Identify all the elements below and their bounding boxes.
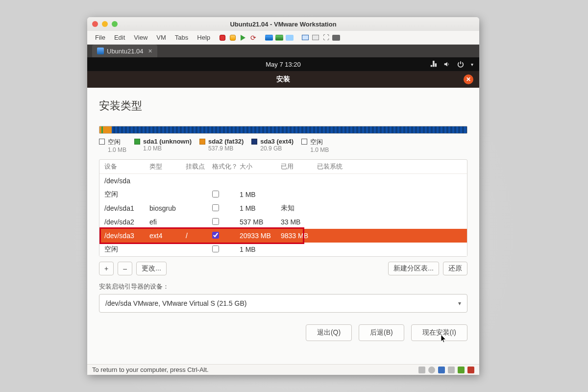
cd-icon[interactable] [428, 367, 435, 373]
bootloader-value: /dev/sda VMware, VMware Virtual S (21.5 … [105, 299, 246, 307]
quit-button[interactable]: 退出(Q) [306, 324, 352, 341]
printer-icon[interactable] [448, 367, 455, 373]
cell-mount: / [186, 232, 212, 240]
table-row[interactable]: /dev/sda [99, 174, 467, 188]
cell-size: 1 MB [240, 191, 281, 198]
status-text: To return to your computer, press Ctrl-A… [92, 366, 209, 373]
cell-format [212, 218, 240, 226]
table-row[interactable]: /dev/sda1biosgrub1 MB未知 [99, 201, 467, 215]
snapshot-icon[interactable] [265, 33, 273, 42]
zoom-dot[interactable] [112, 21, 118, 27]
gnome-clock: May 7 13:20 [266, 61, 301, 68]
footer-buttons: 退出(Q) 后退(B) 现在安装(I) [99, 324, 467, 341]
bootloader-select[interactable]: /dev/sda VMware, VMware Virtual S (21.5 … [99, 294, 467, 313]
remove-partition-button[interactable]: – [118, 262, 132, 275]
chevron-down-icon: ▾ [458, 300, 461, 307]
menu-edit[interactable]: Edit [110, 32, 129, 43]
cell-used: 未知 [281, 204, 317, 213]
menu-tabs[interactable]: Tabs [171, 32, 192, 43]
menu-help[interactable]: Help [193, 32, 214, 43]
vm-toolbar: ⟳ ⛶ [218, 33, 341, 42]
format-checkbox[interactable] [212, 232, 219, 239]
legend-sub: 537.9 MB [208, 145, 244, 152]
th-size: 大小 [240, 162, 281, 171]
change-partition-button[interactable]: 更改... [136, 262, 167, 275]
poweroff-icon[interactable] [218, 33, 227, 42]
install-now-button[interactable]: 现在安装(I) [411, 324, 467, 341]
cell-type: biosgrub [149, 204, 186, 212]
revert-button[interactable]: 还原 [443, 262, 467, 275]
legend-sub: 1.0 MB [143, 145, 192, 152]
unity-icon[interactable] [301, 33, 310, 42]
table-header-row: 设备 类型 挂载点 格式化？ 大小 已用 已装系统 [99, 160, 467, 174]
net-icon[interactable] [438, 367, 445, 373]
fullscreen-icon[interactable]: ⛶ [321, 33, 330, 42]
menu-vm[interactable]: VM [152, 32, 170, 43]
cell-size: 20933 MB [240, 232, 281, 240]
partbar-seg-sda2 [103, 126, 112, 133]
cell-type: efi [149, 218, 186, 226]
play-icon[interactable] [239, 33, 247, 42]
vm-tab[interactable]: Ubuntu21.04 × [92, 45, 157, 57]
suspend-icon[interactable] [228, 33, 237, 42]
back-button[interactable]: 后退(B) [359, 324, 404, 341]
minimize-dot[interactable] [102, 21, 108, 27]
installer-title-bar[interactable]: 安装 ✕ [87, 71, 479, 88]
table-row[interactable]: 空闲1 MB [99, 243, 467, 256]
partition-table: 设备 类型 挂载点 格式化？ 大小 已用 已装系统 /dev/sda空闲1 MB… [99, 159, 467, 257]
partition-legend: 空闲1.0 MBsda1 (unknown)1.0 MBsda2 (fat32)… [99, 138, 467, 153]
network-icon [430, 61, 437, 68]
tab-close-icon[interactable]: × [148, 47, 152, 55]
menu-file[interactable]: File [91, 32, 109, 43]
multimonitor-icon[interactable] [311, 33, 320, 42]
cell-size: 1 MB [240, 245, 281, 253]
traffic-lights [92, 21, 118, 27]
menu-view[interactable]: View [130, 32, 151, 43]
th-device: 设备 [104, 162, 149, 171]
cell-format [212, 191, 240, 199]
menu-bar: File Edit View VM Tabs Help ⟳ ⛶ [87, 31, 479, 45]
cell-device: 空闲 [104, 190, 149, 199]
gnome-status-area[interactable]: ▾ [430, 61, 473, 68]
cell-device: 空闲 [104, 245, 149, 254]
legend-swatch [99, 139, 105, 145]
legend-swatch [251, 139, 257, 145]
format-checkbox[interactable] [212, 218, 219, 225]
legend-item[interactable]: sda3 (ext4)20.9 GB [251, 138, 294, 153]
vm-tab-bar: Ubuntu21.04 × [87, 45, 479, 57]
quickswitch-icon[interactable] [332, 33, 341, 42]
legend-sub: 1.0 MB [108, 147, 126, 153]
table-row[interactable]: /dev/sda3ext4/20933 MB9833 MB [99, 229, 467, 243]
th-format: 格式化？ [212, 162, 240, 171]
legend-item[interactable]: sda1 (unknown)1.0 MB [134, 138, 192, 153]
new-partition-table-button[interactable]: 新建分区表... [388, 262, 439, 275]
table-row[interactable]: 空闲1 MB [99, 188, 467, 201]
bootloader-label: 安装启动引导器的设备： [99, 282, 467, 291]
format-checkbox[interactable] [212, 191, 219, 197]
sound-icon[interactable] [467, 367, 474, 373]
add-partition-button[interactable]: + [99, 262, 114, 275]
gnome-top-bar[interactable]: May 7 13:20 ▾ [87, 57, 479, 71]
table-row[interactable]: /dev/sda2efi537 MB33 MB [99, 215, 467, 229]
vm-tab-label: Ubuntu21.04 [107, 48, 143, 55]
restart-icon[interactable]: ⟳ [249, 33, 258, 42]
close-dot[interactable] [92, 21, 98, 27]
titlebar[interactable]: Ubuntu21.04 - VMware Workstation [87, 17, 479, 31]
legend-item[interactable]: 空闲1.0 MB [301, 138, 329, 153]
usb-icon[interactable] [458, 367, 465, 373]
snapshot-manager-icon[interactable] [285, 33, 294, 42]
cell-device: /dev/sda2 [104, 218, 149, 226]
hdd-icon[interactable] [418, 367, 425, 373]
snapshot-revert-icon[interactable] [275, 33, 284, 42]
format-checkbox[interactable] [212, 245, 219, 252]
chevron-down-icon: ▾ [471, 62, 473, 67]
legend-item[interactable]: sda2 (fat32)537.9 MB [199, 138, 244, 153]
installer-close-button[interactable]: ✕ [464, 74, 473, 84]
cell-device: /dev/sda3 [104, 232, 149, 240]
close-icon: ✕ [466, 76, 471, 83]
partition-bar[interactable] [99, 126, 467, 134]
legend-name: sda3 (ext4) [260, 138, 294, 145]
legend-item[interactable]: 空闲1.0 MB [99, 138, 126, 153]
cell-format [212, 204, 240, 213]
format-checkbox[interactable] [212, 204, 219, 211]
